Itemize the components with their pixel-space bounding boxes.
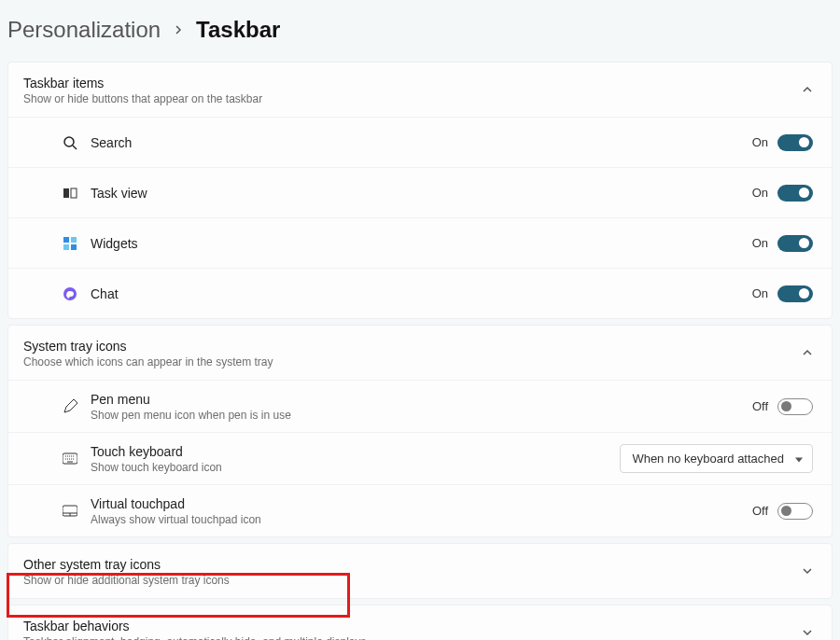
section-title: System tray icons (23, 339, 273, 354)
row-task-view: Task view On (8, 167, 832, 217)
svg-line-1 (73, 146, 77, 149)
panel-taskbar-behaviors: Taskbar behaviors Taskbar alignment, bad… (7, 605, 833, 640)
chevron-up-icon (802, 345, 813, 362)
panel-head-other-tray-icons[interactable]: Other system tray icons Show or hide add… (8, 544, 832, 598)
row-sublabel: Always show virtual touchpad icon (91, 513, 752, 526)
section-subtitle: Show or hide additional system tray icon… (23, 574, 230, 587)
row-label: Chat (91, 286, 752, 301)
svg-point-0 (64, 137, 74, 146)
panel-system-tray: System tray icons Choose which icons can… (7, 325, 833, 537)
row-label: Search (91, 135, 752, 150)
row-widgets: Widgets On (8, 217, 832, 268)
svg-rect-7 (71, 244, 77, 250)
row-label: Virtual touchpad (91, 496, 752, 511)
panel-taskbar-items: Taskbar items Show or hide buttons that … (7, 62, 833, 319)
task-view-icon (63, 186, 91, 201)
panel-other-tray-icons: Other system tray icons Show or hide add… (7, 543, 833, 599)
section-title: Taskbar items (23, 76, 262, 90)
svg-rect-4 (63, 237, 69, 243)
section-subtitle: Show or hide buttons that appear on the … (23, 92, 262, 105)
breadcrumb-current: Taskbar (196, 17, 280, 43)
section-subtitle: Choose which icons can appear in the sys… (23, 355, 273, 369)
chevron-right-icon (174, 21, 183, 38)
dropdown-touch-keyboard[interactable]: When no keyboard attached (620, 444, 813, 473)
row-virtual-touchpad: Virtual touchpad Always show virtual tou… (8, 484, 832, 536)
panel-head-taskbar-behaviors[interactable]: Taskbar behaviors Taskbar alignment, bad… (8, 605, 832, 640)
svg-rect-2 (63, 188, 69, 198)
toggle-virtual-touchpad[interactable] (777, 503, 813, 520)
row-label: Widgets (91, 236, 752, 251)
toggle-state-label: Off (752, 504, 768, 518)
row-chat: Chat On (8, 268, 832, 318)
touchpad-icon (63, 504, 91, 519)
panel-head-taskbar-items[interactable]: Taskbar items Show or hide buttons that … (8, 63, 832, 117)
row-label: Touch keyboard (91, 444, 620, 459)
svg-rect-6 (63, 244, 69, 250)
breadcrumb-parent[interactable]: Personalization (7, 17, 161, 43)
toggle-chat[interactable] (777, 285, 813, 302)
toggle-state-label: On (752, 186, 768, 200)
chevron-down-icon (802, 563, 813, 580)
toggle-state-label: On (752, 135, 768, 149)
toggle-state-label: Off (752, 399, 768, 413)
search-icon (63, 135, 91, 150)
toggle-search[interactable] (777, 134, 813, 151)
toggle-state-label: On (752, 286, 768, 300)
widgets-icon (63, 236, 91, 251)
section-title: Other system tray icons (23, 557, 230, 572)
keyboard-icon (63, 452, 91, 466)
row-sublabel: Show pen menu icon when pen is in use (91, 409, 752, 422)
panel-head-system-tray[interactable]: System tray icons Choose which icons can… (8, 326, 832, 380)
chat-icon (63, 286, 91, 301)
svg-rect-3 (71, 188, 77, 198)
toggle-task-view[interactable] (777, 185, 813, 202)
row-label: Pen menu (91, 392, 752, 407)
section-subtitle: Taskbar alignment, badging, automaticall… (23, 635, 367, 640)
row-sublabel: Show touch keyboard icon (91, 461, 620, 474)
row-pen-menu: Pen menu Show pen menu icon when pen is … (8, 380, 832, 432)
row-search: Search On (8, 117, 832, 167)
toggle-state-label: On (752, 236, 768, 250)
toggle-widgets[interactable] (777, 235, 813, 252)
section-title: Taskbar behaviors (23, 619, 367, 633)
chevron-up-icon (802, 82, 813, 99)
chevron-down-icon (802, 625, 813, 640)
svg-rect-5 (71, 237, 77, 243)
row-label: Task view (91, 186, 752, 201)
toggle-pen-menu[interactable] (777, 398, 813, 415)
pen-icon (63, 399, 91, 414)
row-touch-keyboard: Touch keyboard Show touch keyboard icon … (8, 432, 832, 484)
breadcrumb: Personalization Taskbar (0, 0, 840, 62)
